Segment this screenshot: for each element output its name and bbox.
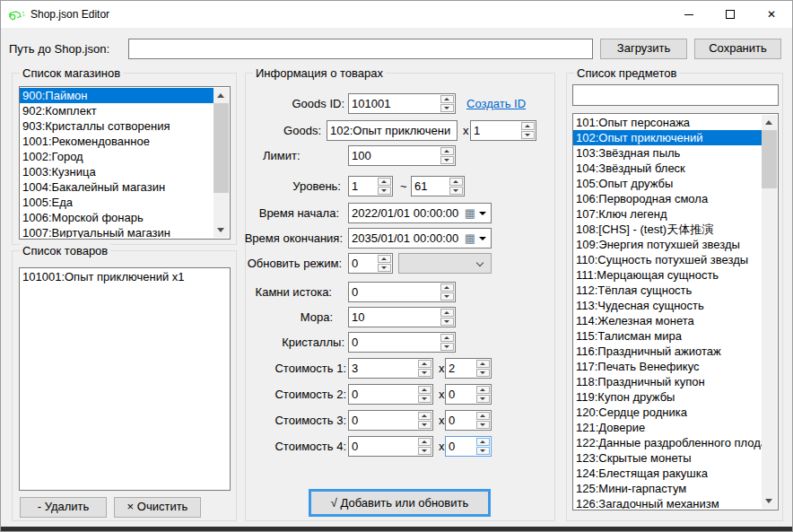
list-item[interactable]: 105:Опыт дружбы (573, 176, 762, 191)
list-item[interactable]: 107:Ключ легенд (573, 206, 762, 222)
scroll-down-icon[interactable] (214, 222, 229, 238)
list-item[interactable]: 118:Праздничный купон (573, 374, 762, 389)
list-item[interactable]: 108:[CHS] - (test)天体推演 (573, 222, 762, 237)
list-item[interactable]: 106:Первородная смола (573, 191, 762, 206)
list-item[interactable]: 109:Энергия потухшей звезды (573, 237, 762, 252)
primogems-spinner[interactable]: 0 (348, 282, 456, 302)
list-item[interactable]: 1005:Еда (20, 195, 214, 210)
list-item[interactable]: 1001:Рекомендованное (20, 134, 214, 149)
limit-spinner[interactable]: 100 (348, 145, 456, 166)
spinner-buttons[interactable] (476, 412, 490, 429)
list-item[interactable]: 116:Праздничный ажиотаж (573, 344, 762, 359)
spinner-buttons[interactable] (449, 178, 463, 195)
scroll-thumb[interactable] (762, 130, 777, 188)
delete-button[interactable]: - Удалить (20, 497, 107, 518)
cost3-item-spinner[interactable]: 0 (348, 410, 433, 431)
close-icon: ✕ (767, 8, 776, 21)
level-max-spinner[interactable]: 61 (411, 176, 465, 196)
clear-button[interactable]: × Очистить (114, 497, 201, 518)
list-item[interactable]: 126:Загадочный механизм (573, 496, 762, 509)
scroll-down-icon[interactable] (762, 493, 777, 509)
load-button[interactable]: Загрузить (600, 39, 687, 59)
shop-list[interactable]: 900:Паймон902:Комплект903:Кристаллы сотв… (19, 86, 231, 240)
list-item[interactable]: 1007:Виртуальный магазин (20, 225, 214, 238)
crystals-spinner[interactable]: 0 (348, 332, 456, 353)
list-item[interactable]: 103:Звёздная пыль (573, 145, 762, 161)
list-item[interactable]: 1003:Кузница (20, 164, 214, 179)
spinner-buttons[interactable] (440, 334, 454, 351)
spinner-buttons[interactable] (521, 122, 535, 139)
save-button[interactable]: Сохранить (694, 39, 781, 59)
list-item[interactable]: 101001:Опыт приключений x1 (20, 269, 229, 284)
scroll-up-icon[interactable] (214, 88, 229, 103)
list-item[interactable]: 110:Сущность потухшей звезды (573, 252, 762, 267)
spinner-buttons[interactable] (440, 95, 454, 112)
spinner-buttons[interactable] (476, 386, 490, 403)
list-item[interactable]: 122:Данные раздробленного плода (573, 435, 762, 450)
list-item[interactable]: 114:Железная монета (573, 313, 762, 328)
spinner-buttons[interactable] (418, 386, 431, 403)
cost1-item-spinner[interactable]: 3 (348, 358, 433, 379)
spinner-buttons[interactable] (418, 360, 431, 377)
list-item[interactable]: 125:Мини-гарпастум (573, 481, 762, 496)
close-button[interactable]: ✕ (751, 1, 792, 28)
maximize-button[interactable] (710, 1, 751, 28)
list-item[interactable]: 101:Опыт персонажа (573, 115, 762, 130)
spinner-buttons[interactable] (440, 309, 454, 326)
list-item[interactable]: 121:Доверие (573, 420, 762, 435)
refresh-mode-spinner[interactable]: 0 (348, 253, 393, 274)
goods-input[interactable] (327, 120, 458, 141)
list-item[interactable]: 1004:Бакалейный магазин (20, 179, 214, 195)
list-item[interactable]: 112:Тёплая сущность (573, 283, 762, 298)
list-item[interactable]: 903:Кристаллы сотворения (20, 118, 214, 134)
spinner-buttons[interactable] (476, 438, 490, 455)
shop-list-scrollbar[interactable] (214, 88, 229, 238)
list-item[interactable]: 900:Паймон (20, 88, 214, 103)
level-min-spinner[interactable]: 1 (348, 176, 393, 196)
list-item[interactable]: 111:Мерцающая сущность (573, 267, 762, 283)
create-id-link[interactable]: Создать ID (466, 93, 526, 114)
cost4-count-spinner[interactable]: 0 (445, 436, 492, 457)
cost4-item-spinner[interactable]: 0 (348, 436, 433, 457)
item-list[interactable]: 101:Опыт персонажа102:Опыт приключений10… (572, 113, 779, 510)
path-input[interactable] (128, 39, 593, 59)
list-item[interactable]: 102:Опыт приключений (573, 130, 762, 145)
list-item[interactable]: 1006:Морской фонарь (20, 210, 214, 225)
goods-id-spinner[interactable]: 101001 (348, 93, 456, 114)
cost1-count-spinner[interactable]: 2 (445, 358, 492, 379)
mora-spinner[interactable]: 10 (348, 307, 456, 327)
item-filter-input[interactable] (572, 84, 779, 106)
list-item[interactable]: 113:Чудесная сущность (573, 298, 762, 313)
spinner-buttons[interactable] (418, 438, 431, 455)
spinner-buttons[interactable] (440, 147, 454, 164)
cost2-count-spinner[interactable]: 0 (445, 384, 492, 405)
goods-list[interactable]: 101001:Опыт приключений x1 (19, 267, 231, 491)
scroll-up-icon[interactable] (762, 115, 777, 130)
refresh-mode-combobox[interactable] (398, 253, 492, 274)
list-item[interactable]: 902:Комплект (20, 103, 214, 118)
list-item[interactable]: 117:Печать Венефикус (573, 359, 762, 374)
minimize-button[interactable] (668, 1, 710, 28)
list-item[interactable]: 123:Скрытые монеты (573, 450, 762, 466)
cost2-item-spinner[interactable]: 0 (348, 384, 433, 405)
list-item[interactable]: 1002:Город (20, 149, 214, 164)
time-end-picker[interactable]: 2035/01/01 00:00:00 ▦ (348, 228, 492, 249)
list-item[interactable]: 115:Талисман мира (573, 328, 762, 344)
list-item[interactable]: 120:Сердце родника (573, 405, 762, 420)
goods-count-spinner[interactable]: 1 (470, 120, 536, 141)
scroll-thumb[interactable] (214, 103, 229, 193)
list-item[interactable]: 124:Блестящая ракушка (573, 466, 762, 481)
time-start-picker[interactable]: 2022/01/01 00:00:00 ▦ (348, 203, 492, 223)
add-or-update-button[interactable]: √ Добавить или обновить (309, 489, 491, 517)
list-item[interactable]: 104:Звёздный блеск (573, 161, 762, 176)
spinner-buttons[interactable] (440, 283, 454, 301)
list-item[interactable]: 119:Купон дружбы (573, 389, 762, 405)
spinner-buttons[interactable] (418, 412, 431, 429)
dropdown-arrow-icon[interactable] (479, 237, 486, 240)
cost3-count-spinner[interactable]: 0 (445, 410, 492, 431)
item-list-scrollbar[interactable] (762, 115, 777, 509)
dropdown-arrow-icon[interactable] (479, 212, 486, 215)
spinner-buttons[interactable] (378, 255, 391, 272)
spinner-buttons[interactable] (378, 178, 391, 195)
spinner-buttons[interactable] (476, 360, 490, 377)
